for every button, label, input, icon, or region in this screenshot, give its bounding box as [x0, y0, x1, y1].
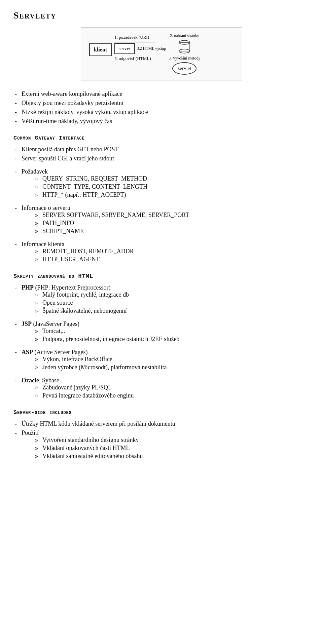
pozadavek-sub-2: CONTENT_TYPE, CONTENT_LENGTH [35, 183, 310, 190]
info-server-sub-2: PATH_INFO [35, 220, 310, 227]
php-label: PHP (PHP: Hypertext Preprocessor) Malý f… [13, 284, 310, 314]
pozadavek-sub-1: QUERY_STRING, REQUEST_METHOD [35, 175, 310, 182]
cgi-main-bullets: Klient posílá data přes GET nebo POST Se… [13, 146, 310, 162]
ssi-heading: Server-side includes [13, 409, 310, 416]
diagram-area: klient 1. požadavek (URI) server 3.2 HTM… [13, 28, 310, 80]
intro-bullet-3: Nízké režijní náklady, vysoká výkon, vst… [13, 109, 310, 116]
skripty-section: PHP (PHP: Hypertext Preprocessor) Malý f… [13, 284, 310, 399]
ssi-main-bullets: Útržky HTML kódu vkládané serverem při p… [13, 420, 310, 460]
jsp-bold: JSP [22, 320, 32, 327]
ssi-section: Útržky HTML kódu vkládané serverem při p… [13, 420, 310, 460]
php-sub-1: Malý footprint, rychlé, integrace db [35, 291, 310, 298]
oracle-label: Oracle, Sybase Zabudované jazyky PL/SQL … [13, 377, 310, 399]
intro-bullet-2: Objekty jsou mezi požadavky perzistentní [13, 100, 310, 107]
asp-sub: Výkon, intefrace BackOffice Jeden výrobc… [35, 356, 310, 371]
php-extra: (PHP: Hypertext Preprocessor) [35, 284, 111, 291]
info-server-sub-1: SERVER SOFTWARE, SERVER_NAME, SERVER_POR… [35, 212, 310, 219]
asp-sub-1: Výkon, intefrace BackOffice [35, 356, 310, 363]
ssi-pouziti-label: Použití Vytvoření standardního designu s… [13, 429, 310, 460]
klient-box: klient [89, 43, 112, 56]
cgi-pozadavek: Požadavek QUERY_STRING, REQUEST_METHOD C… [13, 168, 310, 198]
cgi-info-server: Informace o serveru SERVER SOFTWARE, SER… [13, 204, 310, 235]
info-client-sub: REMOTE_HOST, REMOTE_ADDR HTTP_USER_AGENT [35, 248, 310, 263]
skripty-heading: Skripty zabudované do HTML [13, 273, 310, 279]
php-item: PHP (PHP: Hypertext Preprocessor) Malý f… [13, 284, 310, 314]
cgi-info-client: Informace klienta REMOTE_HOST, REMOTE_AD… [13, 241, 310, 263]
upload2-label: 2. nahrání stránky [170, 33, 199, 38]
diagram-box: klient 1. požadavek (URI) server 3.2 HTM… [81, 28, 242, 80]
pouziti-sub-3: Vkládání samostatně editovaného obsahu [35, 453, 310, 460]
invoke3-label: 3. Vyvolání metody [169, 56, 200, 61]
cgi-heading: Common Gateway Interface [13, 135, 310, 141]
asp-item: ASP (Active Server Pages) Výkon, intefra… [13, 349, 310, 371]
info-client-sub-1: REMOTE_HOST, REMOTE_ADDR [35, 248, 310, 255]
pozadavek-sub-3: HTTP_* (např.: HTTP_ACCEPT) [35, 191, 310, 198]
sybase-text: , Sybase [39, 377, 59, 384]
pouziti-sub: Vytvoření standardního designu stránky V… [35, 437, 310, 460]
intro-bullet-1: Externí web-aware kompilované aplikace [13, 90, 310, 98]
asp-extra: (Active Server Pages) [35, 349, 88, 355]
jsp-label: JSP (JavaServer Pages) Tomcat,.. Podpora… [13, 320, 310, 343]
jsp-item: JSP (JavaServer Pages) Tomcat,.. Podpora… [13, 320, 310, 343]
oracle-item: Oracle, Sybase Zabudované jazyky PL/SQL … [13, 377, 310, 399]
cgi-section: Klient posílá data přes GET nebo POST Se… [13, 146, 310, 263]
cgi-bullet-1: Klient posílá data přes GET nebo POST [13, 146, 310, 153]
pozadavek-sub: QUERY_STRING, REQUEST_METHOD CONTENT_TYP… [35, 175, 310, 198]
php-sub-2: Open source [35, 299, 310, 306]
php-sub-3: Špatně škálovatelné, nehomogenní [35, 307, 310, 314]
jsp-sub-2: Podpora, přenositelnost, integrace ostat… [35, 336, 310, 343]
req1-label: 1. požadavek (URI) [114, 35, 166, 40]
ssi-bullet-1: Útržky HTML kódu vkládané serverem při p… [13, 420, 310, 427]
php-bold: PHP [22, 284, 34, 291]
intro-bullets: Externí web-aware kompilované aplikace O… [13, 90, 310, 125]
info-client-sub-2: HTTP_USER_AGENT [35, 256, 310, 263]
asp-sub-2: Jeden výrobce (Microsodt), platformová n… [35, 364, 310, 371]
jsp-sub-1: Tomcat,.. [35, 328, 310, 335]
servlet-box: servlet [172, 62, 196, 75]
intro-bullet-4: Větší run-time náklady, vývojový čas [13, 118, 310, 125]
info-server-sub: SERVER SOFTWARE, SERVER_NAME, SERVER_POR… [35, 212, 310, 235]
html32-label: 3.2 HTML výstup [137, 46, 166, 51]
server-box: server [114, 43, 135, 54]
cgi-bullet-2: Server spouští CGI a vrací jeho stdout [13, 155, 310, 162]
pozadavek-label: Požadavek QUERY_STRING, REQUEST_METHOD C… [13, 168, 310, 198]
asp-bold: ASP [22, 349, 33, 355]
info-client-label: Informace klienta REMOTE_HOST, REMOTE_AD… [13, 241, 310, 263]
jsp-sub: Tomcat,.. Podpora, přenositelnost, integ… [35, 328, 310, 343]
oracle-sub: Zabudované jazyky PL/SQL Pevná integrace… [35, 384, 310, 399]
php-sub: Malý footprint, rychlé, integrace db Ope… [35, 291, 310, 314]
asp-label: ASP (Active Server Pages) Výkon, intefra… [13, 349, 310, 371]
resp5-label: 5. odpověď (HTML) [114, 56, 166, 61]
oracle-sub-1: Zabudované jazyky PL/SQL [35, 384, 310, 391]
pouziti-sub-1: Vytvoření standardního designu stránky [35, 437, 310, 444]
db-icon [178, 40, 190, 54]
oracle-sub-2: Pevná integrace databázového enginu [35, 392, 310, 399]
info-server-sub-3: SCRIPT_NAME [35, 228, 310, 235]
jsp-extra: (JavaServer Pages) [33, 320, 79, 327]
page-title: Servlety [13, 10, 310, 21]
pouziti-sub-2: Vkládání opakovaných částí HTML [35, 445, 310, 452]
oracle-bold: Oracle [22, 377, 39, 384]
info-server-label: Informace o serveru SERVER SOFTWARE, SER… [13, 204, 310, 235]
